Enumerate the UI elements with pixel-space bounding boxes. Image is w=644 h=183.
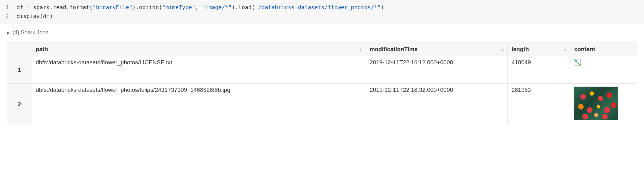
cell-path[interactable]: dbfs:/databricks-datasets/flower_photos/… bbox=[32, 56, 366, 84]
spark-jobs-toggle[interactable]: ▶ (4) Spark Jobs bbox=[7, 29, 48, 36]
triangle-right-icon: ▶ bbox=[7, 30, 10, 35]
cell-content[interactable] bbox=[570, 56, 637, 84]
flower-thumbnail-image bbox=[574, 87, 618, 120]
sort-icon[interactable]: ▲ bbox=[563, 47, 567, 52]
code-cell[interactable]: 1 2 df = spark.read.format("binaryFile")… bbox=[0, 0, 644, 24]
table-row[interactable]: 1 dbfs:/databricks-datasets/flower_photo… bbox=[7, 56, 637, 84]
spark-jobs-label: (4) Spark Jobs bbox=[13, 29, 48, 36]
cell-length[interactable]: 281953 bbox=[508, 84, 570, 125]
column-header-index[interactable] bbox=[7, 43, 32, 56]
cell-modificationtime[interactable]: 2019-12-11T22:16:12.000+0000 bbox=[366, 56, 508, 84]
code-line[interactable]: df = spark.read.format("binaryFile").opt… bbox=[16, 3, 644, 12]
line-gutter: 1 2 bbox=[0, 3, 12, 21]
output-section: ▶ (4) Spark Jobs path ▲ modificationTime… bbox=[0, 24, 644, 125]
column-header-length[interactable]: length ▲ bbox=[508, 43, 570, 56]
code-line[interactable]: display(df) bbox=[16, 12, 644, 21]
sort-icon[interactable]: ▲ bbox=[500, 47, 505, 52]
cell-modificationtime[interactable]: 2019-12-11T22:18:32.000+0000 bbox=[366, 84, 508, 125]
cell-content[interactable] bbox=[570, 84, 637, 125]
column-header-modificationtime[interactable]: modificationTime ▲ bbox=[366, 43, 508, 56]
broken-image-icon bbox=[574, 59, 581, 66]
code-content[interactable]: df = spark.read.format("binaryFile").opt… bbox=[12, 3, 644, 21]
row-index: 1 bbox=[7, 56, 32, 84]
cell-length[interactable]: 418049 bbox=[508, 56, 570, 84]
column-header-path[interactable]: path ▲ bbox=[32, 43, 366, 56]
table-row[interactable]: 2 dbfs:/databricks-datasets/flower_photo… bbox=[7, 84, 637, 125]
line-number: 2 bbox=[0, 12, 9, 21]
row-index: 2 bbox=[7, 84, 32, 125]
result-table: path ▲ modificationTime ▲ length ▲ conte… bbox=[7, 43, 637, 125]
cell-path[interactable]: dbfs:/databricks-datasets/flower_photos/… bbox=[32, 84, 366, 125]
column-header-content[interactable]: content bbox=[570, 43, 637, 56]
line-number: 1 bbox=[0, 3, 9, 12]
sort-icon[interactable]: ▲ bbox=[358, 47, 363, 52]
